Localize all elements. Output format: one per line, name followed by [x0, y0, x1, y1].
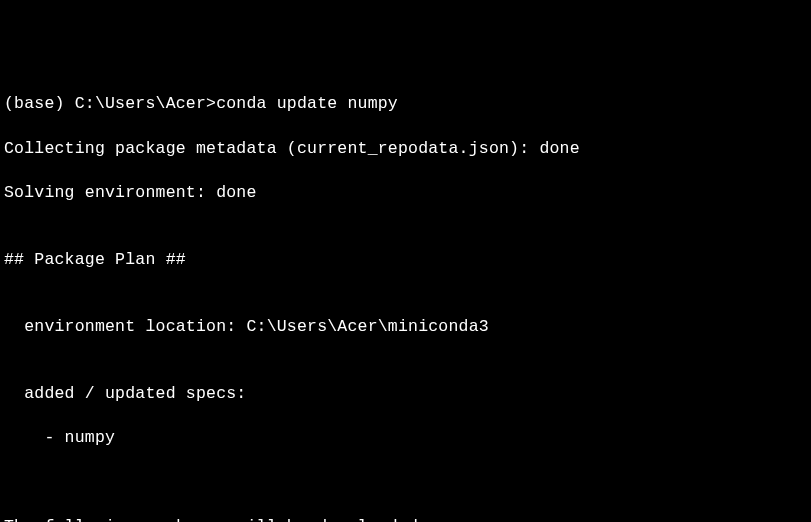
spec-numpy: - numpy [4, 427, 811, 449]
added-specs-header: added / updated specs: [4, 383, 811, 405]
package-plan-header: ## Package Plan ## [4, 249, 811, 271]
terminal-prompt-line: (base) C:\Users\Acer>conda update numpy [4, 93, 811, 115]
env-location: environment location: C:\Users\Acer\mini… [4, 316, 811, 338]
terminal-output-solving: Solving environment: done [4, 182, 811, 204]
downloads-heading: The following packages will be downloade… [4, 516, 811, 522]
terminal-output-collecting: Collecting package metadata (current_rep… [4, 138, 811, 160]
